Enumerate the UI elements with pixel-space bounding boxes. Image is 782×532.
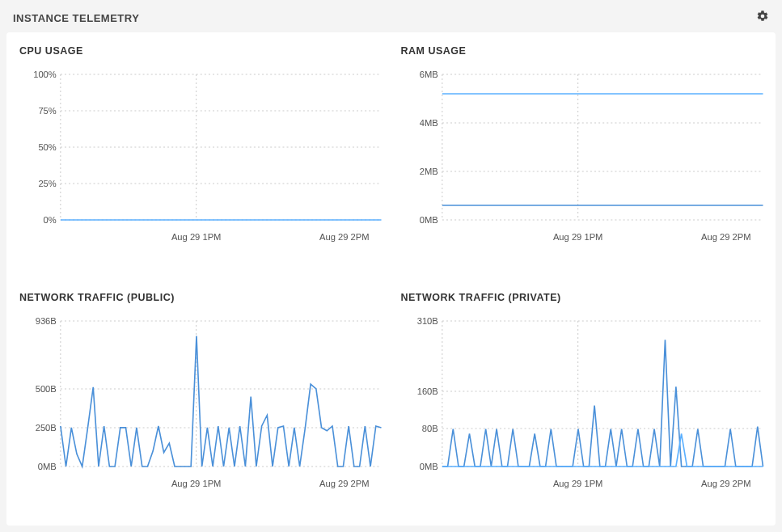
chart-net-public: NETWORK TRAFFIC (PUBLIC) 936B 500B <box>19 292 382 519</box>
ytick: 0MB <box>419 215 437 225</box>
xtick: Aug 29 2PM <box>319 232 369 242</box>
xtick: Aug 29 2PM <box>700 232 750 242</box>
telemetry-card: CPU USAGE 100% 75% <box>6 32 776 526</box>
net-public-series-line <box>61 336 382 467</box>
xtick: Aug 29 2PM <box>700 479 750 488</box>
chart-net-private: NETWORK TRAFFIC (PRIVATE) 310B 160B <box>401 292 763 519</box>
ytick: 0% <box>44 215 57 225</box>
ytick: 310B <box>416 316 437 326</box>
ytick: 80B <box>421 424 437 433</box>
ytick: 250B <box>36 423 57 433</box>
xtick: Aug 29 1PM <box>171 232 221 242</box>
chart-title-net-public: NETWORK TRAFFIC (PUBLIC) <box>19 292 382 303</box>
ytick: 2MB <box>419 167 437 176</box>
ytick: 500B <box>36 384 57 394</box>
panel-header: INSTANCE TELEMETRY <box>0 0 782 32</box>
ytick: 50% <box>38 142 57 152</box>
ytick: 6MB <box>419 70 437 79</box>
chart-title-net-private: NETWORK TRAFFIC (PRIVATE) <box>401 292 763 303</box>
chart-title-ram: RAM USAGE <box>401 45 763 57</box>
telemetry-panel: INSTANCE TELEMETRY CPU USAGE <box>0 0 782 532</box>
chart-title-cpu: CPU USAGE <box>19 45 382 57</box>
ytick: 25% <box>38 179 57 188</box>
xtick: Aug 29 1PM <box>171 479 221 488</box>
ytick: 0MB <box>419 462 437 471</box>
xtick: Aug 29 1PM <box>552 232 602 242</box>
ytick: 4MB <box>419 118 437 128</box>
ytick: 100% <box>33 70 57 79</box>
gear-icon[interactable] <box>756 10 769 26</box>
xtick: Aug 29 2PM <box>319 479 369 488</box>
xtick: Aug 29 1PM <box>552 479 602 488</box>
cpu-grid <box>61 74 382 220</box>
ytick: 75% <box>38 106 57 116</box>
ytick: 160B <box>416 386 437 396</box>
panel-title: INSTANCE TELEMETRY <box>13 12 139 24</box>
ytick: 936B <box>36 316 57 326</box>
net-private-in-line <box>442 340 763 467</box>
ram-grid <box>442 74 763 220</box>
chart-ram: RAM USAGE 6MB 4MB 2MB <box>401 45 763 272</box>
net-private-grid <box>442 321 763 467</box>
chart-cpu: CPU USAGE 100% 75% <box>19 45 382 272</box>
ytick: 0MB <box>38 462 57 471</box>
